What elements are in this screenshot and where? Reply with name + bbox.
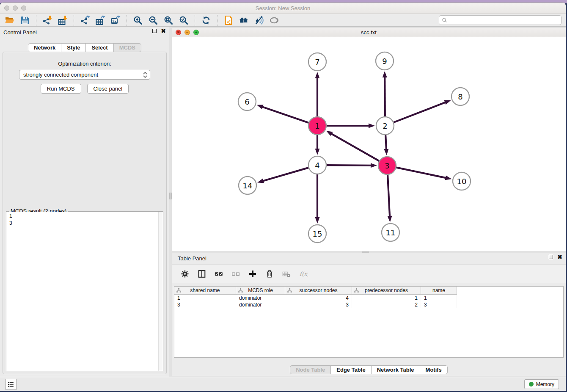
birds-eye-view-button[interactable]: [268, 15, 281, 26]
import-table-button[interactable]: [56, 15, 69, 26]
edge-4-3[interactable]: [326, 163, 377, 168]
column-header-shared-name[interactable]: shared name: [174, 287, 236, 295]
search-box[interactable]: [439, 15, 561, 25]
homes-icon: [239, 15, 249, 25]
search-input[interactable]: [448, 16, 561, 24]
open-session-button[interactable]: [3, 15, 16, 26]
export-network-button[interactable]: [79, 15, 91, 26]
first-neighbors-button[interactable]: [237, 15, 250, 26]
show-columns-button[interactable]: [196, 268, 207, 279]
import-network-button[interactable]: [41, 15, 54, 26]
table-row[interactable]: 1dominator411: [174, 295, 563, 301]
tab-node-table[interactable]: Node Table: [290, 365, 331, 374]
float-table-panel-icon[interactable]: [549, 255, 553, 259]
svg-text:f(x): f(x): [300, 270, 308, 277]
list-icon: [7, 380, 15, 389]
table-cell[interactable]: 3: [285, 301, 352, 308]
column-type-icon: [176, 288, 182, 293]
tab-network-table[interactable]: Network Table: [371, 365, 420, 374]
deselect-all-rows-button[interactable]: [230, 268, 241, 279]
node-10[interactable]: 10: [453, 172, 471, 190]
export-image-button[interactable]: [109, 15, 122, 26]
edge-3-1[interactable]: [326, 131, 380, 161]
select-all-rows-button[interactable]: [213, 268, 224, 279]
edge-1-2[interactable]: [326, 124, 375, 128]
node-8[interactable]: 8: [451, 88, 469, 105]
add-row-button[interactable]: [247, 268, 258, 279]
toolbar-separator: [36, 15, 36, 26]
edge-2-8[interactable]: [394, 100, 451, 123]
node-9[interactable]: 9: [376, 52, 394, 70]
node-15[interactable]: 15: [308, 225, 326, 243]
mcds-result-line[interactable]: 1: [7, 213, 162, 219]
network-area: ✕ − ＋ scc.txt 7968124314101511 Table Pan…: [172, 27, 566, 377]
close-table-panel-icon[interactable]: ✖: [557, 255, 562, 259]
zoom-selected-button[interactable]: [177, 15, 190, 26]
zoom-in-button[interactable]: [132, 15, 144, 26]
hide-graphics-details-button[interactable]: [253, 15, 265, 26]
network-graph-canvas[interactable]: 7968124314101511: [172, 37, 566, 251]
tab-select[interactable]: Select: [85, 43, 113, 52]
table-cell[interactable]: 3: [174, 301, 236, 308]
table-cell[interactable]: 1: [174, 295, 236, 301]
save-session-button[interactable]: [19, 15, 31, 26]
window-titlebar[interactable]: Session: New Session: [0, 3, 566, 14]
edge-1-7[interactable]: [315, 72, 320, 117]
edge-2-9[interactable]: [383, 71, 387, 117]
node-1[interactable]: 1: [308, 117, 326, 135]
tab-network[interactable]: Network: [28, 43, 61, 52]
column-settings-button[interactable]: [179, 268, 190, 279]
node-4[interactable]: 4: [308, 156, 326, 174]
column-header-predecessor-nodes[interactable]: predecessor nodes: [352, 287, 421, 295]
edge-4-15[interactable]: [315, 174, 320, 224]
node-7[interactable]: 7: [308, 53, 326, 71]
node-11[interactable]: 11: [382, 224, 399, 241]
delete-row-button[interactable]: [264, 268, 275, 279]
zoom-fit-button[interactable]: [162, 15, 175, 26]
new-network-from-selection-button[interactable]: [222, 15, 235, 26]
export-table-button[interactable]: [94, 15, 107, 26]
node-6[interactable]: 6: [238, 93, 256, 110]
table-cell[interactable]: 3: [421, 301, 457, 308]
refresh-layout-button[interactable]: [200, 15, 212, 26]
edge-4-14[interactable]: [257, 168, 309, 183]
svg-text:9: 9: [382, 57, 387, 66]
network-window-titlebar[interactable]: ✕ − ＋ scc.txt: [172, 28, 566, 37]
svg-text:2: 2: [383, 121, 387, 130]
column-header-name[interactable]: name: [421, 287, 457, 295]
tab-motifs[interactable]: Motifs: [420, 365, 448, 374]
tab-mcds[interactable]: MCDS: [113, 43, 141, 52]
mcds-result-list[interactable]: 13: [7, 212, 162, 370]
memory-button[interactable]: Memory: [524, 379, 559, 389]
run-mcds-button[interactable]: Run MCDS: [41, 84, 81, 94]
table-cell[interactable]: 2: [352, 301, 421, 308]
table-cell[interactable]: 1: [421, 295, 457, 301]
edge-1-4[interactable]: [315, 135, 320, 155]
float-panel-icon[interactable]: [152, 29, 157, 33]
result-scrollbar[interactable]: [158, 212, 163, 371]
criterion-select[interactable]: strongly connected component: [19, 70, 150, 80]
node-3[interactable]: 3: [378, 157, 396, 174]
zoom-out-icon: [148, 15, 158, 25]
table-row[interactable]: 3dominator323: [174, 301, 563, 308]
table-cell[interactable]: dominator: [236, 301, 285, 308]
zoom-out-button[interactable]: [147, 15, 160, 26]
task-history-button[interactable]: [6, 379, 17, 390]
node-2[interactable]: 2: [376, 117, 394, 135]
edge-3-11[interactable]: [388, 174, 392, 222]
table-cell[interactable]: dominator: [236, 295, 285, 301]
close-panel-icon[interactable]: ✖: [161, 29, 166, 33]
close-panel-button[interactable]: Close panel: [87, 84, 129, 94]
column-header-successor-nodes[interactable]: successor nodes: [285, 287, 352, 295]
column-header-MCDS-role[interactable]: MCDS role: [236, 287, 285, 295]
edge-1-6[interactable]: [257, 105, 309, 123]
table-cell[interactable]: 4: [285, 295, 352, 301]
table-cell[interactable]: 1: [352, 295, 421, 301]
mcds-result-line[interactable]: 3: [7, 220, 162, 226]
node-14[interactable]: 14: [239, 177, 256, 194]
tab-style[interactable]: Style: [61, 43, 86, 52]
toolbar-separator: [195, 15, 195, 26]
tab-edge-table[interactable]: Edge Table: [330, 365, 371, 374]
edge-2-3[interactable]: [384, 135, 388, 155]
edge-3-10[interactable]: [396, 167, 452, 180]
